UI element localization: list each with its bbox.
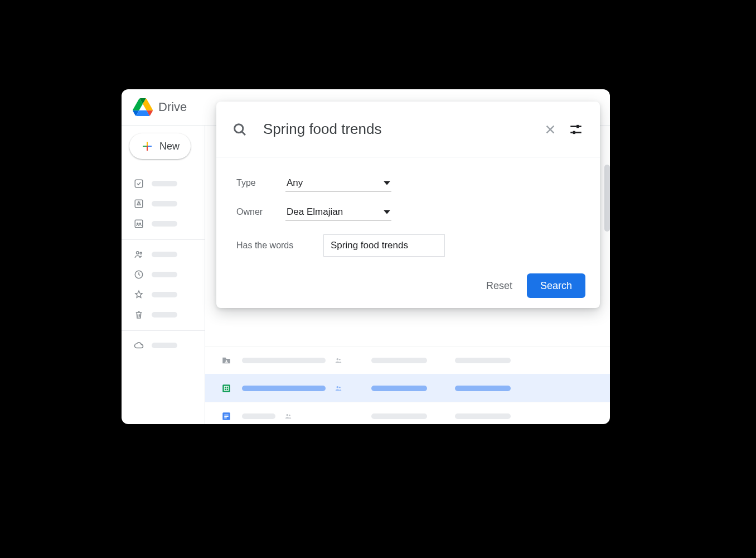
file-name-stub <box>242 358 326 363</box>
svg-point-22 <box>235 124 243 132</box>
search-filters: Type Any Owner Dea Elmajian Has the word… <box>216 157 600 260</box>
svg-point-11 <box>339 358 341 360</box>
svg-point-15 <box>339 386 341 388</box>
svg-point-7 <box>140 252 142 254</box>
svg-rect-17 <box>224 415 229 415</box>
shared-drives-icon <box>134 219 144 229</box>
new-button[interactable]: New <box>129 133 191 159</box>
filter-row-owner: Owner Dea Elmajian <box>236 198 580 227</box>
sidebar-item-trash[interactable] <box>122 305 205 325</box>
sidebar-stub <box>152 221 177 227</box>
people-icon <box>134 249 144 259</box>
file-date-stub <box>455 386 511 391</box>
file-row-doc[interactable] <box>205 402 610 424</box>
sidebar-item-starred[interactable] <box>122 285 205 305</box>
sidebar-item-mydrive[interactable] <box>122 194 205 214</box>
svg-point-20 <box>287 413 289 416</box>
file-owner-stub <box>371 386 427 391</box>
drive-icon <box>134 199 144 209</box>
svg-rect-0 <box>135 180 143 187</box>
new-button-label: New <box>159 141 180 152</box>
chevron-down-icon <box>384 209 390 215</box>
sidebar-group-priority <box>122 169 205 234</box>
svg-rect-24 <box>573 131 575 133</box>
svg-point-5 <box>139 223 141 224</box>
filter-type-label: Type <box>236 178 285 188</box>
sidebar-item-shared-drives[interactable] <box>122 214 205 234</box>
file-owner-stub <box>371 413 427 419</box>
docs-icon <box>221 411 231 421</box>
drive-logo[interactable]: Drive <box>133 98 187 116</box>
reset-button[interactable]: Reset <box>486 280 512 292</box>
sidebar: New <box>122 126 205 424</box>
file-owner-stub <box>371 358 427 363</box>
shared-icon <box>333 357 343 364</box>
sidebar-stub <box>152 292 177 297</box>
sidebar-item-storage[interactable] <box>122 335 205 355</box>
file-row-folder[interactable] <box>205 346 610 374</box>
svg-point-21 <box>289 414 290 416</box>
filter-owner-label: Owner <box>236 207 285 217</box>
filter-owner-value: Dea Elmajian <box>287 206 343 218</box>
search-actions: Reset Search <box>486 273 585 298</box>
svg-point-10 <box>337 358 339 360</box>
filter-type-value: Any <box>287 177 303 189</box>
svg-rect-3 <box>135 220 143 228</box>
file-name-stub <box>242 386 326 391</box>
check-square-icon <box>134 179 144 189</box>
filter-owner-dropdown[interactable]: Dea Elmajian <box>285 203 391 221</box>
sidebar-item-recent[interactable] <box>122 264 205 285</box>
filter-words-input[interactable]: Spring food trends <box>323 234 445 257</box>
svg-rect-18 <box>224 416 229 416</box>
search-icon <box>232 122 248 137</box>
star-icon <box>134 290 144 300</box>
svg-point-14 <box>337 386 339 388</box>
shared-icon <box>283 412 293 420</box>
svg-point-4 <box>137 223 138 224</box>
app-name: Drive <box>158 100 187 114</box>
filter-row-type: Type Any <box>236 169 580 198</box>
tune-icon[interactable] <box>569 122 583 137</box>
shared-icon <box>333 384 343 392</box>
file-name-stub <box>242 413 275 419</box>
cloud-icon <box>134 340 144 350</box>
shared-folder-icon <box>221 355 232 365</box>
search-input[interactable]: Spring food trends <box>263 121 544 138</box>
filter-words-value: Spring food trends <box>331 240 408 251</box>
filter-type-dropdown[interactable]: Any <box>285 174 391 192</box>
file-list <box>205 346 610 424</box>
clock-icon <box>134 270 144 280</box>
sidebar-stub <box>152 181 177 186</box>
search-panel: Spring food trends Type Any Owner Dea El… <box>216 102 600 308</box>
drive-window: Drive New <box>122 89 610 424</box>
file-date-stub <box>455 413 511 419</box>
plus-icon <box>140 140 154 153</box>
file-date-stub <box>455 358 511 363</box>
sidebar-stub <box>152 343 177 348</box>
chevron-down-icon <box>384 180 390 186</box>
drive-logo-icon <box>133 98 153 116</box>
sidebar-stub <box>152 252 177 257</box>
filter-row-words: Has the words Spring food trends <box>236 231 580 260</box>
sidebar-group-secondary <box>122 239 205 325</box>
search-bar: Spring food trends <box>216 102 600 157</box>
trash-icon <box>134 310 144 320</box>
scrollbar-thumb[interactable] <box>604 165 610 232</box>
svg-rect-23 <box>576 124 579 127</box>
sidebar-item-priority[interactable] <box>122 174 205 194</box>
svg-rect-19 <box>224 417 227 418</box>
svg-point-9 <box>226 360 227 361</box>
sheets-icon <box>221 383 231 393</box>
sidebar-stub <box>152 272 177 277</box>
file-row-sheet-selected[interactable] <box>205 374 610 402</box>
filter-words-label: Has the words <box>236 240 323 251</box>
search-button[interactable]: Search <box>527 273 585 298</box>
sidebar-stub <box>152 201 177 206</box>
sidebar-stub <box>152 312 177 318</box>
sidebar-group-storage <box>122 330 205 355</box>
svg-point-6 <box>137 252 139 254</box>
sidebar-item-shared[interactable] <box>122 244 205 264</box>
close-icon[interactable] <box>544 123 556 136</box>
